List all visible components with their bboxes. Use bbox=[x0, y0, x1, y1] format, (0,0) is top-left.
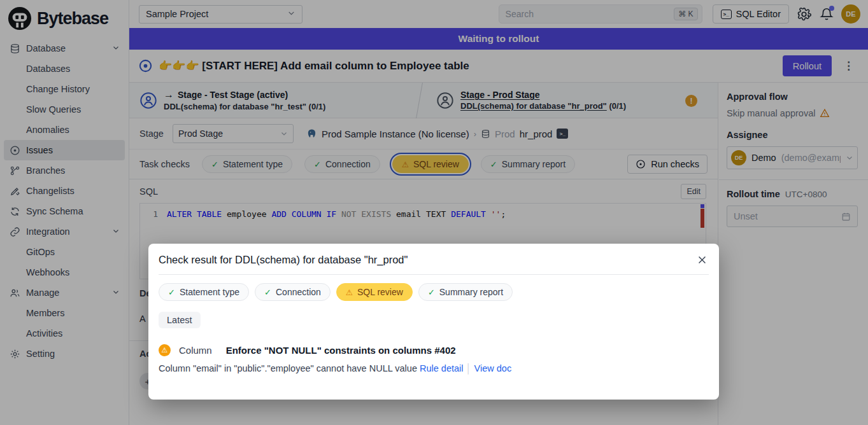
check-pass-icon: ✓ bbox=[168, 288, 175, 297]
check-pass-icon: ✓ bbox=[428, 288, 435, 297]
view-doc-link[interactable]: View doc bbox=[474, 363, 512, 373]
modal-tab-summary-report[interactable]: ✓ Summary report bbox=[418, 283, 513, 301]
check-result-row: ⚠ Column Enforce "NOT NULL" constraints … bbox=[159, 344, 709, 356]
close-icon[interactable] bbox=[695, 253, 709, 267]
check-pass-icon: ✓ bbox=[264, 288, 271, 297]
result-rule-title: Enforce "NOT NULL" constraints on column… bbox=[226, 345, 456, 356]
warning-circle-icon: ⚠ bbox=[159, 344, 171, 356]
result-detail: Column "email" in "public"."employee" ca… bbox=[159, 363, 709, 373]
warning-triangle-icon: ⚠ bbox=[346, 288, 353, 297]
latest-badge: Latest bbox=[159, 312, 201, 328]
modal-tab-sql-review[interactable]: ⚠ SQL review bbox=[336, 283, 413, 301]
link-separator: │ bbox=[466, 363, 472, 373]
modal-tab-statement-type[interactable]: ✓ Statement type bbox=[159, 283, 249, 301]
result-category: Column bbox=[179, 345, 212, 356]
modal-check-tabs: ✓ Statement type ✓ Connection ⚠ SQL revi… bbox=[159, 283, 709, 301]
rule-detail-link[interactable]: Rule detail bbox=[420, 363, 464, 373]
modal-title: Check result for DDL(schema) for databas… bbox=[159, 254, 408, 266]
check-result-modal: Check result for DDL(schema) for databas… bbox=[148, 244, 719, 400]
modal-tab-connection[interactable]: ✓ Connection bbox=[255, 283, 331, 301]
modal-divider bbox=[159, 274, 709, 275]
